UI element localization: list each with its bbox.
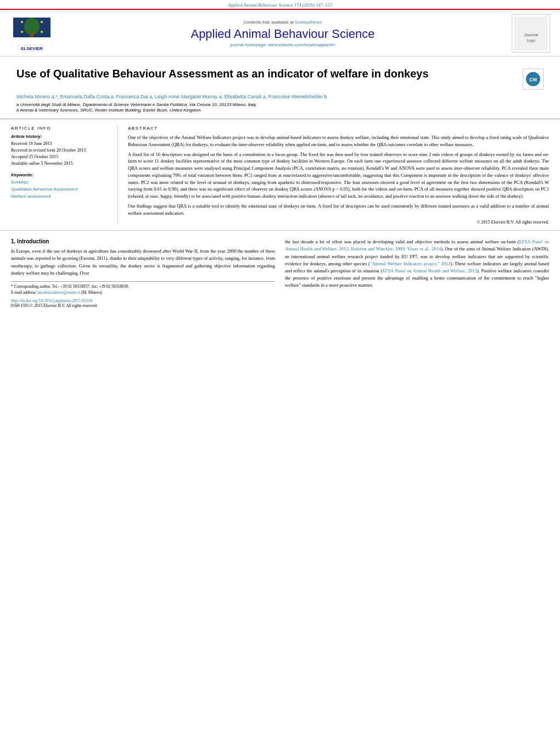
received-date: Received 19 June 2015 <box>11 141 112 147</box>
affiliation-a: a Università degli Studi di Milano, Dipa… <box>16 102 544 107</box>
elsevier-logo: ELSEVIER <box>10 16 54 51</box>
keyword-3: Welfare assessment <box>11 193 112 200</box>
email-label: E-mail address: <box>11 290 37 295</box>
introduction-heading: 1. Introduction <box>11 238 275 244</box>
accepted-date: Accepted 25 October 2015 <box>11 154 112 160</box>
journal-header-center: Contents lists available at ScienceDirec… <box>54 20 512 47</box>
issn-line: 0168-1591/© 2015 Elsevier B.V. All right… <box>11 303 275 308</box>
ref-awin-link[interactable]: "Animal Welfare Indicators project," 201… <box>370 261 451 266</box>
abstract-text: One of the objectives of the Animal Welf… <box>128 134 549 216</box>
email-footnote: E-mail address: michela.minero@unimi.it … <box>11 290 275 295</box>
elsevier-label: ELSEVIER <box>21 46 43 51</box>
journal-logo-right: Journal Logo <box>512 14 550 53</box>
keywords-label: Keywords: <box>11 172 112 177</box>
svg-point-6 <box>21 31 23 33</box>
keyword-1: Donkeys <box>11 179 112 186</box>
intro-p1: In Europe, even if the use of donkeys in… <box>11 248 275 277</box>
ref-efsa2-link[interactable]: EFSA Panel on Animal Health and Welfare,… <box>382 268 477 274</box>
homepage-link[interactable]: www.elsevier.com/locate/applanim <box>268 42 335 47</box>
svg-text:Logo: Logo <box>527 38 535 43</box>
svg-point-7 <box>41 31 43 33</box>
doi-line[interactable]: http://dx.doi.org/10.1016/j.applanim.201… <box>11 298 275 303</box>
article-title: Use of Qualitative Behaviour Assessment … <box>16 66 429 81</box>
crossmark-badge[interactable]: CM <box>523 69 544 90</box>
corresponding-footnote: * Corresponding author. Tel.: +39 02 503… <box>11 284 275 289</box>
main-body: 1. Introduction In Europe, even if the u… <box>0 231 560 314</box>
abstract-p2: A fixed list of 16 descriptors was desig… <box>128 151 549 200</box>
journal-title: Applied Animal Behaviour Science <box>54 27 512 41</box>
copyright-line: © 2015 Elsevier B.V. All rights reserved… <box>128 220 549 225</box>
article-dates: Received 19 June 2015 Received in revise… <box>11 141 112 167</box>
top-bar: Applied Animal Behaviour Science 174 (20… <box>0 0 560 10</box>
contents-available-line: Contents lists available at ScienceDirec… <box>54 20 512 25</box>
history-label: Article history: <box>11 134 112 139</box>
article-info-abstract-section: ARTICLE INFO Article history: Received 1… <box>0 119 560 231</box>
svg-rect-3 <box>30 33 33 37</box>
introduction-text-left: In Europe, even if the use of donkeys in… <box>11 248 275 277</box>
affiliation-b: b Animal & Veterinary Sciences, SRUC, Ro… <box>16 108 544 113</box>
svg-text:CM: CM <box>529 77 537 82</box>
ref-efsa-link[interactable]: EFSA Panel on Animal Health and Welfare,… <box>285 239 549 252</box>
body-right-column: the last decade a lot of effort was plac… <box>285 238 549 308</box>
intro-p2: the last decade a lot of effort was plac… <box>285 238 549 289</box>
keywords-section: Keywords: Donkeys Qualitative Behaviour … <box>11 172 112 200</box>
email-link[interactable]: michela.minero@unimi.it <box>38 290 80 295</box>
journal-reference: Applied Animal Behaviour Science 174 (20… <box>228 2 332 8</box>
abstract-p3: Our findings suggest that QBA is a suita… <box>128 203 549 217</box>
abstract-p1: One of the objectives of the Animal Welf… <box>128 134 549 148</box>
svg-point-4 <box>21 21 23 23</box>
svg-text:Journal: Journal <box>524 32 538 37</box>
sciencedirect-link[interactable]: ScienceDirect <box>295 20 322 25</box>
article-info-column: ARTICLE INFO Article history: Received 1… <box>11 126 118 225</box>
article-info-heading: ARTICLE INFO <box>11 126 112 131</box>
keyword-2: Qualitative Behaviour Assessment <box>11 186 112 193</box>
available-date: Available online 5 November 2015 <box>11 160 112 167</box>
title-row: Use of Qualitative Behaviour Assessment … <box>16 66 544 90</box>
introduction-text-right: the last decade a lot of effort was plac… <box>285 238 549 289</box>
footnotes: * Corresponding author. Tel.: +39 02 503… <box>11 281 275 295</box>
journal-homepage-line: journal homepage: www.elsevier.com/locat… <box>54 42 512 47</box>
email-name: (M. Minero). <box>81 290 103 295</box>
revised-date: Received in revised form 20 October 2015 <box>11 147 112 154</box>
page-header: ELSEVIER Contents lists available at Sci… <box>0 10 560 57</box>
svg-point-5 <box>41 21 43 23</box>
affiliations: a Università degli Studi di Milano, Dipa… <box>16 102 544 113</box>
authors-line: Michela Minero a,*, Emanuela Dalla Costa… <box>16 94 544 99</box>
abstract-column: ABSTRACT One of the objectives of the An… <box>128 126 549 225</box>
svg-point-2 <box>24 18 40 35</box>
abstract-heading: ABSTRACT <box>128 126 549 131</box>
body-left-column: 1. Introduction In Europe, even if the u… <box>11 238 275 308</box>
article-title-area: Use of Qualitative Behaviour Assessment … <box>0 57 560 119</box>
